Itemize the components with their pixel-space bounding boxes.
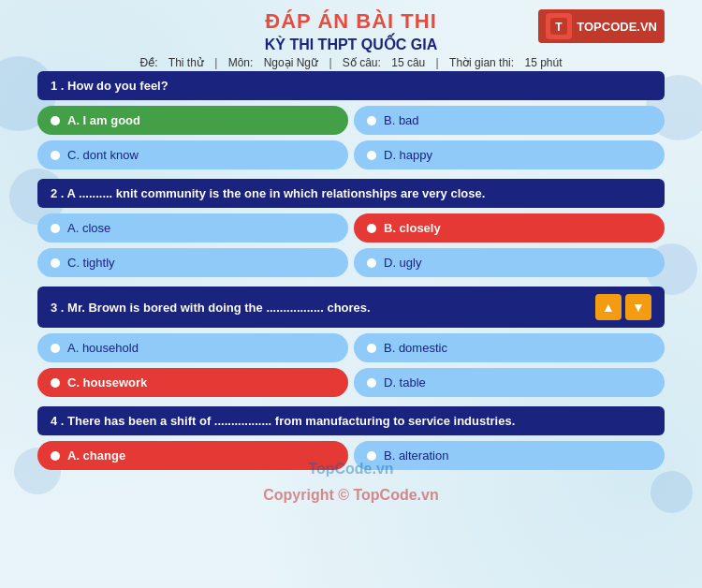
meta-mon-value: Ngoại Ngữ xyxy=(264,56,318,69)
page-header: ĐÁP ÁN BÀI THI KỲ THI THPT QUỐC GIA Đề: … xyxy=(37,9,665,69)
answer-option-q4b[interactable]: B. alteration xyxy=(354,441,665,470)
nav-down-button[interactable]: ▼ xyxy=(625,294,651,320)
sub-title: KỲ THI THPT QUỐC GIA xyxy=(136,36,565,53)
answer-option-q3c[interactable]: C. housework xyxy=(37,368,348,397)
meta-mon-label: Môn: xyxy=(228,56,254,69)
questions-container: 1 . How do you feel?A. I am goodB. badC.… xyxy=(37,71,665,470)
question-block-2: 2 . A .......... knit community is the o… xyxy=(37,179,665,277)
logo-icon: T xyxy=(546,13,572,39)
title-block: ĐÁP ÁN BÀI THI KỲ THI THPT QUỐC GIA Đề: … xyxy=(136,9,565,69)
answer-option-q2d[interactable]: D. ugly xyxy=(354,248,665,277)
answer-option-q3d[interactable]: D. table xyxy=(354,368,665,397)
answer-option-q2c[interactable]: C. tightly xyxy=(37,248,348,277)
nav-up-button[interactable]: ▲ xyxy=(595,294,622,320)
logo-text: TOPCODE.VN xyxy=(577,20,657,34)
meta-de-value: Thi thử xyxy=(168,56,204,69)
question-header-3: 3 . Mr. Brown is bored with doing the ..… xyxy=(37,287,665,328)
meta-thoi-gian-value: 15 phút xyxy=(524,56,562,69)
answers-grid-2: A. closeB. closelyC. tightlyD. ugly xyxy=(37,213,665,277)
answer-option-q3a[interactable]: A. household xyxy=(37,333,348,362)
answers-grid-1: A. I am goodB. badC. dont knowD. happy xyxy=(37,106,665,169)
answer-option-q1d[interactable]: D. happy xyxy=(354,140,665,169)
answer-option-q1c[interactable]: C. dont know xyxy=(37,140,348,169)
logo-block: T TOPCODE.VN xyxy=(538,9,665,43)
answer-option-q1a[interactable]: A. I am good xyxy=(37,106,348,135)
answer-option-q2a[interactable]: A. close xyxy=(37,213,348,243)
question-text-1: 1 . How do you feel? xyxy=(37,71,665,100)
nav-buttons: ▲▼ xyxy=(595,294,651,320)
answer-option-q3b[interactable]: B. domestic xyxy=(354,333,665,362)
question-text-3: 3 . Mr. Brown is bored with doing the ..… xyxy=(51,301,371,315)
answer-option-q4a[interactable]: A. change xyxy=(37,441,348,470)
question-block-4: 4 . There has been a shift of ..........… xyxy=(37,406,665,470)
question-block-1: 1 . How do you feel?A. I am goodB. badC.… xyxy=(37,71,665,169)
question-block-3: 3 . Mr. Brown is bored with doing the ..… xyxy=(37,287,665,397)
meta-de-label: Đề: xyxy=(139,56,157,69)
copyright-overlay: Copyright © TopCode.vn xyxy=(263,487,438,504)
answers-grid-3: A. householdB. domesticC. houseworkD. ta… xyxy=(37,333,665,397)
svg-text:T: T xyxy=(556,21,563,34)
logo-box: T TOPCODE.VN xyxy=(538,9,665,43)
meta-so-cau-value: 15 câu xyxy=(391,56,425,69)
meta-thoi-gian-label: Thời gian thi: xyxy=(449,56,514,69)
meta-info: Đề: Thi thử | Môn: Ngoại Ngữ | Số câu: 1… xyxy=(136,56,565,69)
answer-option-q1b[interactable]: B. bad xyxy=(354,106,665,135)
main-title: ĐÁP ÁN BÀI THI xyxy=(136,9,565,34)
question-text-4: 4 . There has been a shift of ..........… xyxy=(37,406,665,435)
answer-option-q2b[interactable]: B. closely xyxy=(354,213,665,243)
answers-grid-4: A. changeB. alteration xyxy=(37,441,665,470)
question-text-2: 2 . A .......... knit community is the o… xyxy=(37,179,665,208)
meta-so-cau-label: Số câu: xyxy=(343,56,381,69)
